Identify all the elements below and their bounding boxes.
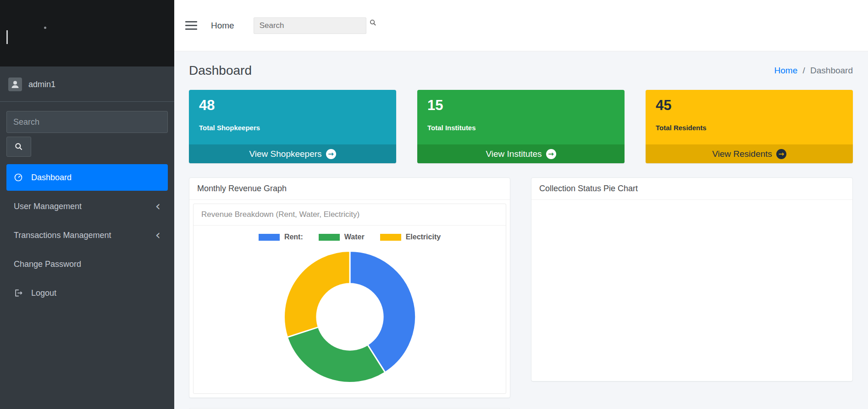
view-residents-button[interactable]: View Residents → [646, 144, 853, 163]
page-title: Dashboard [189, 63, 252, 78]
residents-count: 45 [656, 97, 843, 114]
view-shopkeepers-label: View Shopkeepers [249, 149, 321, 159]
sidebar-search [0, 102, 174, 157]
legend-label: Electricity [406, 233, 441, 241]
collection-status-panel-body [531, 200, 852, 381]
logout-icon [14, 288, 26, 298]
arrow-circle-right-icon: → [326, 149, 336, 159]
legend-item-water: Water [319, 233, 365, 241]
residents-label: Total Residents [656, 124, 843, 132]
view-shopkeepers-button[interactable]: View Shopkeepers → [189, 144, 396, 163]
nav-search-button[interactable] [368, 18, 378, 29]
view-residents-label: View Residents [712, 149, 772, 159]
search-icon [14, 142, 23, 151]
top-navbar: Home [174, 0, 868, 51]
shopkeepers-label: Total Shopkeepers [199, 124, 386, 132]
sidebar-item-label: Transactions Management [14, 231, 111, 240]
search-icon [369, 19, 377, 27]
arrow-circle-right-icon: → [546, 149, 556, 159]
sidebar-item-label: Logout [31, 288, 56, 298]
main-area: Home Dashboard Home / Dashboard 48 [174, 0, 868, 409]
sidebar-item-logout[interactable]: Logout [6, 280, 168, 306]
revenue-donut-chart: Rent: Water Electricity [194, 226, 506, 393]
user-avatar-icon [10, 79, 21, 90]
breadcrumb-separator: / [802, 66, 805, 75]
sidebar-item-label: User Management [14, 202, 82, 211]
legend-label: Rent: [284, 233, 303, 241]
tachometer-icon [14, 172, 26, 182]
panels-row: Monthly Revenue Graph Revenue Breakdown … [189, 177, 853, 398]
info-box-row: 48 Total Shopkeepers View Shopkeepers → … [189, 90, 853, 163]
info-box-shopkeepers: 48 Total Shopkeepers View Shopkeepers → [189, 90, 396, 163]
brand-broken-image-dot [44, 27, 46, 29]
shopkeepers-count: 48 [199, 97, 386, 114]
sidebar-search-button[interactable] [6, 137, 31, 157]
revenue-breakdown-card: Revenue Breakdown (Rent, Water, Electric… [193, 204, 506, 394]
view-institutes-label: View Institutes [486, 149, 542, 159]
institutes-label: Total Institutes [427, 124, 614, 132]
legend-swatch [380, 234, 401, 241]
collection-status-panel: Collection Status Pie Chart [531, 177, 853, 381]
brand-broken-image-mark [6, 30, 8, 44]
arrow-circle-right-icon: → [776, 149, 786, 159]
sidebar-item-user-management[interactable]: User Management ‹ [6, 193, 168, 220]
monthly-revenue-panel: Monthly Revenue Graph Revenue Breakdown … [189, 177, 510, 398]
legend-item-electricity: Electricity [380, 233, 441, 241]
monthly-revenue-panel-title: Monthly Revenue Graph [189, 178, 510, 200]
breadcrumb-home-link[interactable]: Home [774, 66, 798, 75]
hamburger-menu-icon[interactable] [185, 21, 197, 30]
sidebar-item-label: Change Password [14, 260, 81, 269]
nav-search-input[interactable] [254, 17, 366, 34]
breadcrumb-current: Dashboard [810, 66, 853, 75]
legend-swatch [259, 234, 280, 241]
legend-item-rent: Rent: [259, 233, 303, 241]
avatar [8, 77, 22, 91]
info-box-institutes: 15 Total Institutes View Institutes → [417, 90, 625, 163]
sidebar-item-change-password[interactable]: Change Password [6, 251, 168, 277]
sidebar-menu: Dashboard User Management ‹ Transactions… [0, 164, 174, 309]
user-panel: admin1 [0, 66, 174, 102]
revenue-breakdown-title: Revenue Breakdown (Rent, Water, Electric… [194, 204, 506, 226]
nav-home-link[interactable]: Home [211, 21, 234, 31]
sidebar-item-dashboard[interactable]: Dashboard [6, 164, 168, 191]
sidebar-item-label: Dashboard [31, 173, 72, 182]
brand-logo [0, 0, 174, 66]
sidebar-search-input[interactable] [6, 111, 168, 133]
legend-label: Water [344, 233, 365, 241]
chart-legend: Rent: Water Electricity [259, 233, 441, 241]
user-name: admin1 [28, 80, 55, 89]
view-institutes-button[interactable]: View Institutes → [417, 144, 625, 163]
content: Dashboard Home / Dashboard 48 Total Shop… [174, 51, 868, 409]
collection-status-panel-title: Collection Status Pie Chart [531, 178, 852, 200]
institutes-count: 15 [427, 97, 614, 114]
donut-chart-svg [280, 247, 420, 387]
nav-search [254, 17, 378, 34]
breadcrumb: Home / Dashboard [774, 66, 853, 76]
legend-swatch [319, 234, 340, 241]
info-box-residents: 45 Total Residents View Residents → [646, 90, 853, 163]
sidebar-item-transactions-management[interactable]: Transactions Management ‹ [6, 222, 168, 249]
sidebar: admin1 Dashboard User Management ‹ Trans… [0, 0, 174, 409]
content-header: Dashboard Home / Dashboard [189, 63, 853, 78]
